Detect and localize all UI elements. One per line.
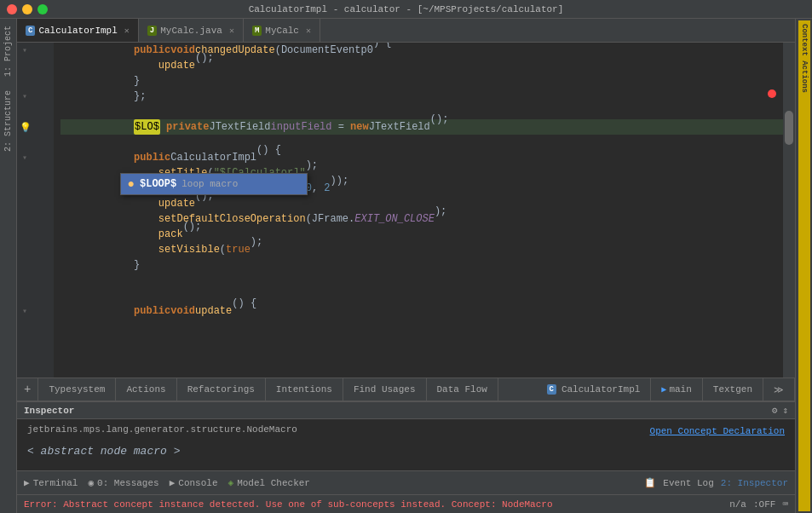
tab-data-flow[interactable]: Data Flow (427, 378, 498, 401)
terminal-tab[interactable]: Terminal (33, 478, 78, 488)
gutter-fold-2[interactable]: ▾ (17, 89, 34, 104)
gutter-6 (17, 181, 34, 196)
autocomplete-bullet-icon: ● (128, 176, 135, 192)
tab-typesystem[interactable]: Typesystem (38, 378, 116, 401)
gutter-3 (17, 104, 34, 119)
tab-refactorings[interactable]: Refactorings (177, 378, 266, 401)
scrollbar-thumb[interactable] (785, 111, 793, 145)
tab-calculatorimpl-editor-label: CalculatorImpl (561, 384, 640, 395)
inspector-pin-icon[interactable]: ⇕ (782, 405, 788, 416)
tab-mycalc[interactable]: M MyCalc ✕ (244, 19, 320, 42)
tab-overflow[interactable]: ≫ (763, 378, 795, 401)
code-line-17 (60, 288, 788, 303)
autocomplete-item-label: $LOOP$ (140, 176, 176, 192)
right-sidebar: Context Actions (795, 19, 812, 513)
line-num-12 (41, 211, 47, 227)
tab-close-mycalc[interactable]: ✕ (306, 26, 311, 36)
close-button[interactable] (7, 4, 17, 14)
gutter-fold-3[interactable]: ▾ (17, 150, 34, 165)
model-checker-icon: ◈ (228, 477, 234, 488)
gutter-bulb[interactable]: 💡 (17, 119, 34, 135)
code-line-13: pack(); (60, 227, 788, 242)
status-error-text: Error: Abstract concept instance detecte… (24, 499, 553, 510)
console-tab[interactable]: Console (178, 478, 217, 488)
line-numbers (34, 43, 54, 378)
add-tab-button[interactable]: + (17, 378, 38, 401)
tab-data-flow-label: Data Flow (437, 384, 487, 395)
console-icon: ▶ (170, 477, 176, 488)
line-num-13 (41, 227, 47, 242)
gutter-8 (17, 211, 34, 227)
autocomplete-popup[interactable]: ● $LOOP$ loop macro (120, 173, 308, 195)
scrollbar[interactable] (783, 43, 795, 378)
line-num-18 (41, 303, 47, 319)
tab-calculatorimpl[interactable]: C CalculatorImpl ✕ (17, 19, 139, 42)
inspector-title: Inspector (24, 406, 74, 416)
code-line-5 (60, 104, 788, 119)
autocomplete-item-loop[interactable]: ● $LOOP$ loop macro (121, 174, 307, 194)
line-num-8 (41, 150, 47, 165)
code-line-3: } (60, 73, 788, 89)
inspector-header: Inspector ⚙ ⇕ (17, 402, 795, 419)
bottom-right-tabs: C CalculatorImpl ▶ main Textgen ≫ (537, 378, 795, 401)
tab-icon-c: C (26, 26, 35, 36)
gutter-13 (17, 288, 34, 303)
window-controls[interactable] (7, 4, 48, 14)
code-line-14: setVisible(true); (60, 242, 788, 257)
code-line-8: public CalculatorImpl() { (60, 150, 788, 165)
tab-overflow-icon: ≫ (774, 384, 784, 395)
minimize-button[interactable] (22, 4, 32, 14)
gutter-fold-4[interactable]: ▾ (17, 303, 34, 319)
tab-intentions-label: Intentions (276, 384, 332, 395)
line-num-5 (41, 104, 47, 119)
gutter-9 (17, 227, 34, 242)
line-num-14 (41, 242, 47, 257)
tab-label-mycalc: MyCalc (265, 26, 299, 36)
tab-label-calculatorimpl: CalculatorImpl (38, 26, 117, 36)
tab-mycalc-java[interactable]: J MyCalc.java ✕ (139, 19, 244, 42)
tab-actions[interactable]: Actions (116, 378, 176, 401)
inspector-panel: Inspector ⚙ ⇕ jetbrains.mps.lang.generat… (17, 401, 795, 470)
bottom-panel: + Typesystem Actions Refactorings Intent… (17, 378, 795, 470)
model-checker-tab[interactable]: Model Checker (237, 478, 310, 488)
line-num-3 (41, 73, 47, 89)
tab-textgen[interactable]: Textgen (703, 378, 763, 401)
gutter-4 (17, 135, 34, 150)
code-line-15: } (60, 257, 788, 273)
inspector-tab-active[interactable]: 2: Inspector (721, 478, 788, 488)
inspector-concept-link[interactable]: Open Concept Declaration (650, 426, 785, 436)
line-num-6 (41, 119, 47, 135)
code-line-4: }; (60, 89, 788, 104)
event-log-tab[interactable]: Event Log (663, 478, 713, 488)
code-content[interactable]: public void changedUpdate(DocumentEvent … (54, 43, 795, 378)
tab-label-mycalc-java: MyCalc.java (160, 26, 222, 36)
sidebar-item-structure[interactable]: 2: Structure (2, 84, 14, 159)
tab-find-usages[interactable]: Find Usages (343, 378, 427, 401)
line-num-2 (41, 58, 47, 73)
tab-refactorings-label: Refactorings (187, 384, 255, 395)
tab-calculatorimpl-editor[interactable]: C CalculatorImpl (537, 378, 652, 401)
gutter-fold-1[interactable]: ▾ (17, 43, 34, 58)
code-editor[interactable]: ▾ ▾ 💡 ▾ ▾ (17, 43, 795, 378)
autocomplete-item-type: loop macro (181, 176, 238, 192)
line-num-9 (41, 165, 47, 181)
line-num-11 (41, 196, 47, 211)
status-bar: Error: Abstract concept instance detecte… (17, 494, 795, 513)
line-num-16 (41, 273, 47, 288)
tab-close-calculatorimpl[interactable]: ✕ (124, 26, 130, 36)
tab-main-label: main (669, 384, 691, 395)
tab-icon-m: M (252, 26, 262, 36)
tab-close-mycalc-java[interactable]: ✕ (229, 26, 234, 36)
inspector-body: jetbrains.mps.lang.generator.structure.N… (17, 419, 795, 470)
tab-intentions[interactable]: Intentions (266, 378, 343, 401)
messages-tab[interactable]: 0: Messages (97, 478, 159, 488)
inspector-settings-icon[interactable]: ⚙ (772, 405, 778, 416)
sidebar-item-project[interactable]: 1: Project (2, 19, 14, 84)
keyboard-icon: ⌨ (782, 499, 788, 510)
gutter-2 (17, 73, 34, 89)
tab-textgen-label: Textgen (713, 384, 752, 395)
context-actions-bar[interactable]: Context Actions (798, 20, 810, 511)
maximize-button[interactable] (37, 4, 48, 14)
tab-main[interactable]: ▶ main (651, 378, 702, 401)
line-num-7 (41, 135, 47, 150)
